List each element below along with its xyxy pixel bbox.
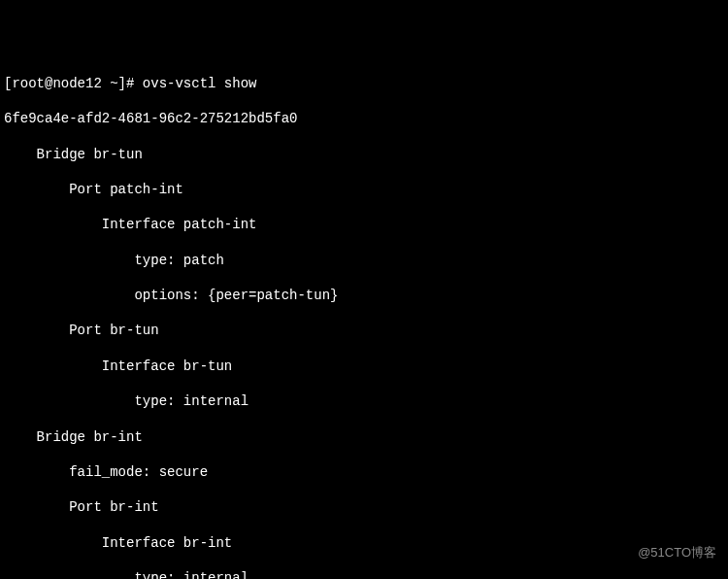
- output-iface-br-int: Interface br-int: [4, 534, 724, 552]
- output-fail-mode: fail_mode: secure: [4, 463, 724, 481]
- output-port-br-int: Port br-int: [4, 498, 724, 516]
- prompt-line-1[interactable]: [root@node12 ~]# ovs-vsctl show: [4, 75, 724, 92]
- output-bridge-br-int: Bridge br-int: [4, 428, 724, 446]
- output-type-internal1: type: internal: [4, 392, 724, 410]
- output-port-patch-int: Port patch-int: [4, 181, 724, 198]
- output-type-patch1: type: patch: [4, 252, 724, 269]
- output-uuid: 6fe9ca4e-afd2-4681-96c2-275212bd5fa0: [4, 110, 724, 127]
- output-iface-br-tun: Interface br-tun: [4, 358, 724, 375]
- watermark: @51CTO博客: [638, 545, 716, 562]
- output-options-patch-tun: options: {peer=patch-tun}: [4, 287, 724, 304]
- shell-prompt: [root@node12 ~]#: [4, 76, 143, 91]
- output-type-internal2: type: internal: [4, 569, 724, 579]
- output-iface-patch-int: Interface patch-int: [4, 216, 724, 233]
- output-bridge-br-tun: Bridge br-tun: [4, 146, 724, 163]
- command-text: ovs-vsctl show: [143, 76, 257, 91]
- output-port-br-tun: Port br-tun: [4, 322, 724, 339]
